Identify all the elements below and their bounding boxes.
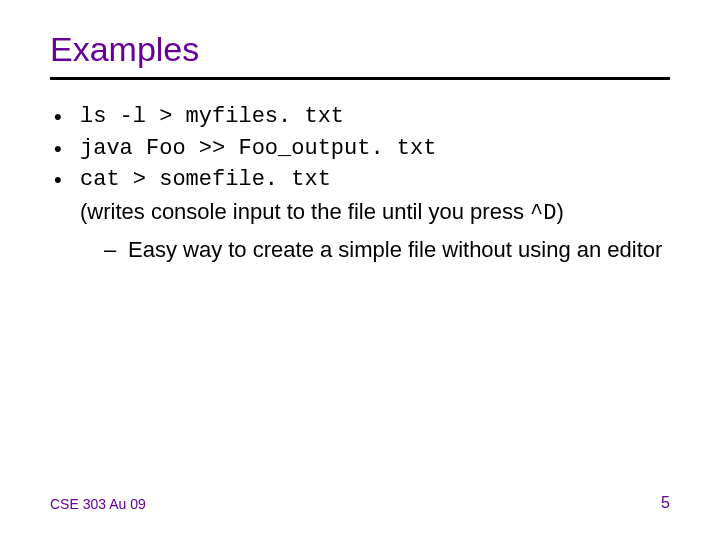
bullet-item: • cat > somefile. txt (50, 165, 670, 195)
bullet-text: cat > somefile. txt (80, 165, 670, 195)
footer-page-number: 5 (661, 494, 670, 512)
sub-bullet-dash: – (104, 235, 128, 265)
bullet-subnote: (writes console input to the file until … (80, 197, 670, 229)
title-underline (50, 77, 670, 80)
subnote-text-post: ) (556, 199, 563, 224)
subnote-text-pre: (writes console input to the file until … (80, 199, 530, 224)
bullet-text: ls -l > myfiles. txt (80, 102, 670, 132)
slide-title: Examples (50, 30, 670, 69)
footer-course: CSE 303 Au 09 (50, 496, 146, 512)
bullet-dot: • (50, 134, 80, 164)
bullet-item: • java Foo >> Foo_output. txt (50, 134, 670, 164)
slide: Examples • ls -l > myfiles. txt • java F… (0, 0, 720, 540)
sub-bullet-item: – Easy way to create a simple file witho… (104, 235, 670, 265)
bullet-item: • ls -l > myfiles. txt (50, 102, 670, 132)
bullet-dot: • (50, 165, 80, 195)
sub-bullet-text: Easy way to create a simple file without… (128, 235, 670, 265)
subnote-code: ^D (530, 201, 556, 226)
bullet-text: java Foo >> Foo_output. txt (80, 134, 670, 164)
bullet-dot: • (50, 102, 80, 132)
slide-content: • ls -l > myfiles. txt • java Foo >> Foo… (50, 102, 670, 264)
